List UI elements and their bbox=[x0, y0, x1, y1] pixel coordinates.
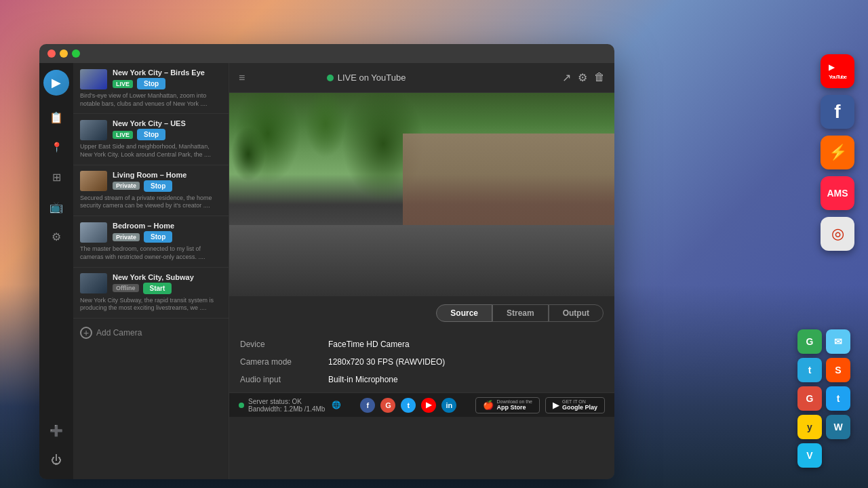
camera-item-living-room[interactable]: Living Room – Home Private Stop Secured … bbox=[73, 165, 229, 216]
mini-gdrive-icon[interactable]: G bbox=[797, 329, 822, 354]
video-frame bbox=[229, 93, 614, 296]
mini-message-icon[interactable]: ✉ bbox=[826, 329, 850, 354]
mini-tumblr-icon[interactable]: t bbox=[797, 358, 822, 382]
camera-item-nyc-birds[interactable]: New York City – Birds Eye LIVE Stop Bird… bbox=[73, 63, 229, 114]
camera-desc-nyc-birds: Bird's-eye view of Lower Manhattan, zoom… bbox=[80, 92, 222, 108]
trash-icon[interactable]: 🗑 bbox=[594, 71, 605, 84]
status-badge-bedroom: Private bbox=[113, 233, 140, 241]
ams-dock-icon[interactable]: AMS bbox=[821, 176, 854, 210]
tab-output[interactable]: Output bbox=[549, 304, 604, 322]
power-icon: ⏻ bbox=[51, 454, 62, 466]
camera-info-living: Living Room – Home Private Stop bbox=[113, 171, 222, 192]
social-google[interactable]: G bbox=[380, 398, 395, 413]
mini-twitter-icon[interactable]: t bbox=[826, 386, 850, 411]
maximize-button[interactable] bbox=[72, 49, 80, 58]
hamburger-icon[interactable]: ≡ bbox=[239, 72, 245, 84]
app-store-button[interactable]: 🍎 Download on the App Store bbox=[475, 397, 540, 413]
minimize-button[interactable] bbox=[60, 49, 68, 58]
camera-info-nyc-birds: New York City – Birds Eye LIVE Stop bbox=[113, 68, 222, 89]
server-status: Server status: OK Bandwidth: 1.2Mb /1.4M… bbox=[239, 398, 341, 413]
bottom-controls: Source Stream Output Device FaceTime HD … bbox=[229, 296, 614, 392]
app-logo[interactable]: ▶ bbox=[43, 70, 69, 96]
social-facebook[interactable]: f bbox=[360, 398, 375, 413]
close-button[interactable] bbox=[47, 49, 56, 58]
camera-thumb-subway bbox=[80, 273, 107, 293]
stop-button-nyc-birds[interactable]: Stop bbox=[137, 78, 165, 89]
camera-item-bedroom[interactable]: Bedroom – Home Private Stop The master b… bbox=[73, 216, 229, 267]
social-twitter[interactable]: t bbox=[401, 398, 416, 413]
mini-vimeo-icon[interactable]: V bbox=[797, 443, 822, 468]
stop-button-nyc-ues[interactable]: Stop bbox=[137, 129, 165, 140]
info-row-audio: Audio input Built-in Microphone bbox=[240, 375, 604, 384]
camera-thumb-living bbox=[80, 171, 107, 191]
camera-mode-value: 868x488 30 FPS (RAWVIDEO) bbox=[328, 357, 445, 367]
status-badge-living: Private bbox=[113, 182, 140, 190]
addon-icon: ➕ bbox=[50, 424, 63, 437]
camera-name-subway: New York City, Subway bbox=[113, 273, 222, 281]
android-icon: ▶ bbox=[553, 400, 559, 410]
camera-item-nyc-subway[interactable]: New York City, Subway Offline Start New … bbox=[73, 268, 229, 319]
camera-desc-subway: New York City Subway, the rapid transit … bbox=[80, 297, 222, 312]
sidebar-item-display[interactable]: 📺 bbox=[44, 195, 68, 219]
video-preview bbox=[229, 93, 614, 296]
camera-item-nyc-ues[interactable]: New York City – UES LIVE Stop Upper East… bbox=[73, 114, 229, 165]
status-badge-nyc-ues: LIVE bbox=[113, 131, 133, 139]
stop-button-living[interactable]: Stop bbox=[144, 180, 172, 192]
mini-stumble-icon[interactable]: S bbox=[826, 358, 850, 382]
book-icon: 📋 bbox=[50, 111, 63, 124]
facebook-dock-icon[interactable]: f bbox=[821, 95, 854, 129]
google-play-line2: Google Play bbox=[562, 404, 597, 411]
mini-google-icon[interactable]: G bbox=[797, 386, 822, 411]
stop-button-bedroom[interactable]: Stop bbox=[144, 231, 172, 243]
sidebar-item-power[interactable]: ⏻ bbox=[44, 448, 68, 472]
camera-name-bedroom: Bedroom – Home bbox=[113, 222, 222, 230]
google-play-button[interactable]: ▶ GET IT ON Google Play bbox=[545, 397, 605, 413]
app-store-line2: App Store bbox=[496, 404, 532, 411]
live-indicator: LIVE on YouTube bbox=[327, 73, 406, 83]
tab-stream[interactable]: Stream bbox=[492, 304, 549, 322]
mini-wordpress-icon[interactable]: W bbox=[826, 415, 850, 439]
facebook-label: f bbox=[834, 101, 840, 123]
camera-thumb-nyc-ues bbox=[80, 120, 107, 140]
main-content: ≡ LIVE on YouTube ↗ ⚙ 🗑 bbox=[229, 63, 614, 479]
camera-name-nyc-ues: New York City – UES bbox=[113, 119, 222, 127]
live-dot bbox=[327, 75, 334, 81]
audio-input-label: Audio input bbox=[240, 375, 328, 384]
add-camera-button[interactable]: + Add Camera bbox=[73, 319, 229, 347]
sidebar-item-settings[interactable]: ⚙ bbox=[44, 224, 68, 249]
camera-desc-living: Secured stream of a private residence, t… bbox=[80, 195, 222, 210]
flash-dock-icon[interactable]: ⚡ bbox=[821, 136, 854, 169]
social-youtube[interactable]: ▶ bbox=[421, 398, 436, 413]
sidebar-item-grid[interactable]: ⊞ bbox=[44, 165, 68, 189]
bottom-right-dock: G ✉ t S G t y W V bbox=[797, 329, 859, 468]
app-window: ▶ 📋 📍 ⊞ 📺 ⚙ ➕ ⏻ bbox=[39, 44, 614, 479]
tab-source[interactable]: Source bbox=[436, 304, 492, 322]
status-badge-nyc-birds: LIVE bbox=[113, 80, 133, 88]
sidebar-item-book[interactable]: 📋 bbox=[44, 105, 68, 129]
target-dock-icon[interactable]: ◎ bbox=[821, 217, 854, 251]
camera-name-living: Living Room – Home bbox=[113, 171, 222, 179]
social-icons: f G t ▶ in bbox=[360, 398, 456, 413]
start-button-subway[interactable]: Start bbox=[143, 283, 172, 294]
share-icon[interactable]: ↗ bbox=[562, 71, 571, 84]
camera-list: New York City – Birds Eye LIVE Stop Bird… bbox=[73, 63, 229, 479]
tab-buttons: Source Stream Output bbox=[436, 304, 604, 322]
camera-desc-bedroom: The master bedroom, connected to my list… bbox=[80, 245, 222, 261]
social-linkedin[interactable]: in bbox=[441, 398, 456, 413]
app-store-text: Download on the App Store bbox=[496, 399, 532, 411]
info-row-device: Device FaceTime HD Camera bbox=[240, 340, 604, 349]
audio-input-value: Built-in Microphone bbox=[328, 375, 398, 384]
mini-yelp-icon[interactable]: y bbox=[797, 415, 822, 439]
top-bar-actions: ↗ ⚙ 🗑 bbox=[562, 71, 605, 84]
sidebar-item-addon[interactable]: ➕ bbox=[44, 418, 68, 443]
youtube-dock-icon[interactable]: ▶YouTube bbox=[821, 54, 854, 88]
camera-info-subway: New York City, Subway Offline Start bbox=[113, 273, 222, 294]
sidebar-item-location[interactable]: 📍 bbox=[44, 135, 68, 159]
camera-thumb-bedroom bbox=[80, 222, 107, 243]
google-play-line1: GET IT ON bbox=[562, 399, 597, 404]
top-bar: ≡ LIVE on YouTube ↗ ⚙ 🗑 bbox=[229, 63, 614, 93]
device-value: FaceTime HD Camera bbox=[328, 340, 410, 349]
settings-top-icon[interactable]: ⚙ bbox=[578, 71, 587, 84]
camera-name-nyc-birds: New York City – Birds Eye bbox=[113, 68, 222, 77]
logo-icon: ▶ bbox=[52, 75, 61, 90]
